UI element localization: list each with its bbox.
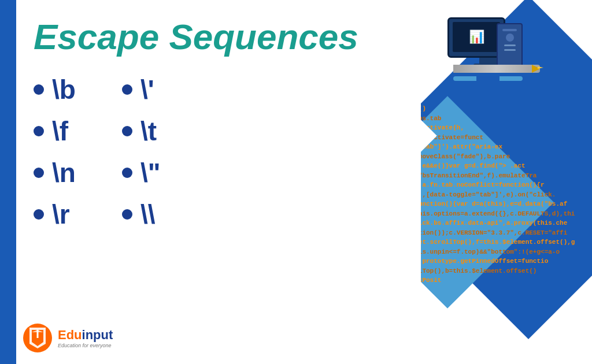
code-line: .w.bs.tab — [407, 114, 592, 124]
bullet-item-r: \r — [34, 199, 76, 230]
bullet-item-n: \n — [34, 157, 76, 188]
code-line: !0),e&&e()}var g=d.find("> .act — [407, 161, 592, 171]
bullet-label-f: \f — [52, 116, 68, 147]
logo-svg — [27, 326, 48, 350]
tower-disk — [504, 44, 516, 46]
page-container: Escape Sequences \b \f \n \r — [0, 0, 592, 364]
tower-detail — [502, 29, 517, 31]
logo-edu: Edu — [58, 328, 82, 342]
bullet-label-t: \t — [140, 116, 157, 147]
code-line: .is.activate(h, — [407, 123, 592, 133]
bullet-item-b: \b — [34, 74, 76, 105]
code-line: bsition());c.VERSION="3.3.7",c.RESET="af… — [407, 228, 592, 238]
pencil-decoration — [453, 64, 546, 81]
code-line: .removeClass("fade"),b.pare — [407, 152, 592, 162]
logo-text-area: Eduinput Education for everyone — [58, 328, 113, 348]
bullet-dot — [34, 126, 44, 136]
bullet-label-n: \n — [52, 157, 76, 188]
code-line: ],c.prototype.getPinnedOffset=functio — [407, 257, 592, 266]
bullet-col-right: \' \t \" \\ — [122, 74, 161, 230]
bullet-label-sq: \' — [140, 74, 154, 105]
logo-input: input — [82, 328, 113, 342]
code-line: arget.scrollTop(),f=this.$element.offset… — [407, 237, 592, 247]
bullet-col-left: \b \f \n \r — [34, 74, 76, 230]
bullet-dot — [34, 168, 44, 178]
bullet-dot — [122, 126, 132, 136]
bullet-item-dq: \" — [122, 157, 161, 188]
monitor-screen: 📊 — [453, 22, 500, 52]
bullet-columns: \b \f \n \r \' — [34, 74, 398, 230]
bullet-item-bs: \\ — [122, 199, 161, 230]
logo-area: Eduinput Education for everyone — [23, 324, 113, 352]
code-line: ){this.options=a.extend({},c.DEFAULTS,d)… — [407, 209, 592, 219]
bullet-dot — [122, 84, 132, 95]
page-title: Escape Sequences — [34, 17, 398, 57]
tower-disk-2 — [504, 49, 516, 51]
bullet-dot — [34, 84, 44, 95]
left-accent-bar — [0, 0, 16, 364]
logo-brand: Eduinput — [58, 328, 113, 343]
bullet-dot — [122, 209, 132, 220]
logo-tagline: Education for everyone — [58, 343, 113, 348]
code-line: api',[data-toggle="tab"]',e).on("click. — [407, 190, 592, 200]
tower-circle — [506, 34, 514, 42]
code-line: ne("bsTransitionEnd",f).emulateTra — [407, 171, 592, 181]
bullet-item-t: \t — [122, 116, 161, 147]
code-line: .click.bs.affix.data-api",a.proxy(this.c… — [407, 218, 592, 228]
code-line: rollTop(),b=this.$element.offset() — [407, 266, 592, 276]
bullet-item-f: \f — [34, 116, 76, 147]
code-line: le="tab"]').attr("aria-ex — [407, 142, 592, 152]
logo-circle — [23, 324, 52, 352]
bullet-dot — [34, 209, 44, 220]
bullet-label-b: \b — [52, 74, 76, 105]
code-line: +this.unpin<=f.top)&&"bottom":!(e+g<=a-o — [407, 247, 592, 257]
bullet-dot — [122, 168, 132, 178]
tower-icon — [497, 23, 523, 69]
monitor-screen-content: 📊 — [469, 29, 484, 44]
bullet-label-r: \r — [52, 199, 70, 230]
code-line: ace() — [407, 104, 592, 114]
monitor-stand — [479, 58, 497, 64]
bullet-label-dq: \" — [140, 157, 161, 188]
code-line: n(function(){var d=a(this),e=d.data("bs.… — [407, 199, 592, 209]
bullet-item-sq: \' — [122, 74, 161, 105]
code-line: r=c,a.fn.tab.noConflict=function(){r — [407, 180, 592, 190]
main-content: Escape Sequences \b \f \n \r — [16, 0, 421, 364]
bullet-label-bs: \\ — [140, 199, 156, 230]
code-line: heckPosit — [407, 276, 592, 285]
